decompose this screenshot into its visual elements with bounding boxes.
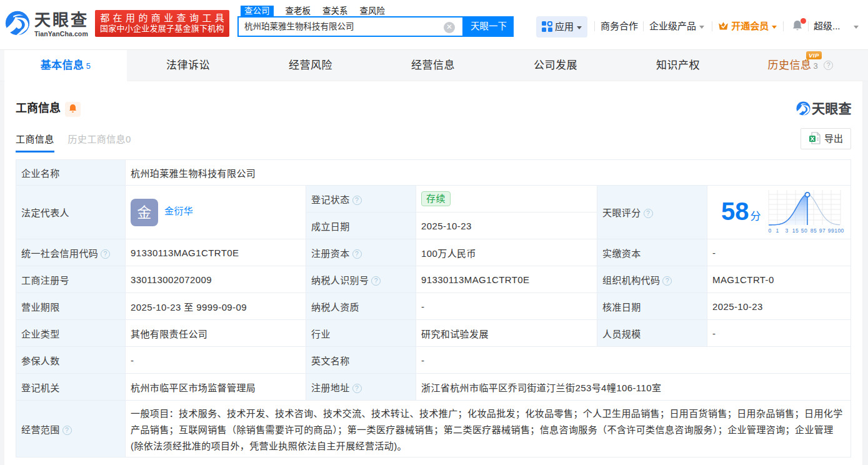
svg-text:100: 100: [834, 228, 844, 234]
svg-text:1: 1: [776, 228, 779, 234]
svg-text:0: 0: [768, 228, 771, 234]
svg-text:3: 3: [785, 228, 788, 234]
svg-text:15: 15: [792, 228, 799, 234]
svg-text:50: 50: [801, 228, 807, 234]
svg-text:97: 97: [819, 228, 826, 234]
svg-text:99: 99: [828, 228, 834, 234]
svg-text:85: 85: [811, 228, 817, 234]
